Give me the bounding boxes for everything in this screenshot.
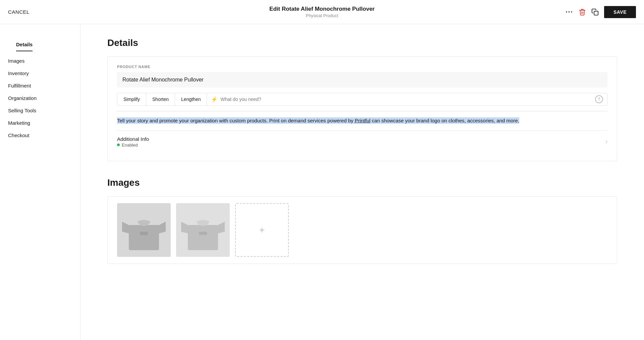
ai-search-area: ⚡ ? bbox=[207, 95, 607, 103]
cancel-button[interactable]: CANCEL bbox=[8, 9, 30, 15]
svg-rect-7 bbox=[188, 225, 218, 250]
image-thumb-2[interactable] bbox=[176, 203, 230, 257]
add-image-plus-icon: + bbox=[259, 225, 265, 235]
svg-rect-0 bbox=[594, 11, 598, 15]
page-subtitle: Physical Product bbox=[269, 13, 375, 18]
product-name-input[interactable] bbox=[117, 72, 607, 88]
lengthen-tab[interactable]: Lengthen bbox=[175, 93, 207, 105]
images-heading: Images bbox=[107, 177, 617, 188]
sidebar: Details Images Inventory Fulfillment Org… bbox=[0, 24, 80, 340]
main-content: Details PRODUCT NAME Simplify Shorten Le… bbox=[80, 24, 644, 340]
svg-rect-2 bbox=[129, 225, 159, 250]
top-actions: ··· SAVE bbox=[566, 6, 636, 18]
status-dot-icon bbox=[117, 144, 120, 146]
additional-info-row[interactable]: Additional Info Enabled › bbox=[117, 130, 607, 153]
product-image-1 bbox=[117, 203, 171, 257]
copy-icon bbox=[591, 8, 599, 16]
images-grid: + bbox=[108, 196, 617, 264]
help-icon[interactable]: ? bbox=[595, 95, 603, 103]
additional-info-label: Additional Info bbox=[117, 136, 149, 142]
description-highlighted: Tell your story and promote your organiz… bbox=[117, 117, 519, 124]
ai-search-input[interactable] bbox=[220, 97, 592, 102]
sidebar-item-selling-tools[interactable]: Selling Tools bbox=[0, 104, 80, 117]
layout: Details Images Inventory Fulfillment Org… bbox=[0, 24, 644, 340]
details-card: PRODUCT NAME Simplify Shorten Lengthen ⚡… bbox=[107, 56, 617, 161]
delete-button[interactable] bbox=[579, 8, 586, 16]
sidebar-item-images[interactable]: Images bbox=[0, 55, 80, 67]
svg-rect-5 bbox=[140, 232, 148, 235]
additional-info-status-text: Enabled bbox=[122, 143, 138, 148]
page-header-center: Edit Rotate Alief Monochrome Pullover Ph… bbox=[269, 6, 375, 18]
chevron-right-icon: › bbox=[605, 138, 607, 145]
sidebar-item-organization[interactable]: Organization bbox=[0, 92, 80, 104]
sidebar-item-inventory[interactable]: Inventory bbox=[0, 67, 80, 79]
sidebar-item-marketing[interactable]: Marketing bbox=[0, 117, 80, 129]
product-name-label: PRODUCT NAME bbox=[117, 65, 607, 69]
sidebar-item-fulfillment[interactable]: Fulfillment bbox=[0, 79, 80, 92]
bolt-icon: ⚡ bbox=[211, 96, 218, 103]
image-thumb-1[interactable] bbox=[117, 203, 171, 257]
simplify-tab[interactable]: Simplify bbox=[117, 93, 146, 105]
more-options-button[interactable]: ··· bbox=[566, 8, 573, 16]
duplicate-button[interactable] bbox=[591, 8, 599, 16]
ai-toolbar: Simplify Shorten Lengthen ⚡ ? bbox=[117, 93, 607, 106]
trash-icon bbox=[579, 8, 586, 16]
card-inner: PRODUCT NAME Simplify Shorten Lengthen ⚡… bbox=[108, 57, 617, 161]
add-image-placeholder[interactable]: + bbox=[235, 203, 289, 257]
additional-info-status: Enabled bbox=[117, 143, 149, 148]
additional-info-left: Additional Info Enabled bbox=[117, 136, 149, 148]
shorten-tab[interactable]: Shorten bbox=[146, 93, 175, 105]
product-image-2 bbox=[176, 203, 230, 257]
top-bar: CANCEL Edit Rotate Alief Monochrome Pull… bbox=[0, 0, 644, 24]
save-button[interactable]: SAVE bbox=[604, 6, 636, 18]
sidebar-item-details[interactable]: Details bbox=[16, 38, 33, 51]
description-text[interactable]: Tell your story and promote your organiz… bbox=[117, 111, 607, 130]
svg-rect-10 bbox=[199, 232, 207, 235]
images-section: Images bbox=[107, 177, 617, 264]
sidebar-item-checkout[interactable]: Checkout bbox=[0, 129, 80, 141]
images-card: + bbox=[107, 196, 617, 264]
details-heading: Details bbox=[107, 38, 617, 48]
page-title: Edit Rotate Alief Monochrome Pullover bbox=[269, 6, 375, 12]
